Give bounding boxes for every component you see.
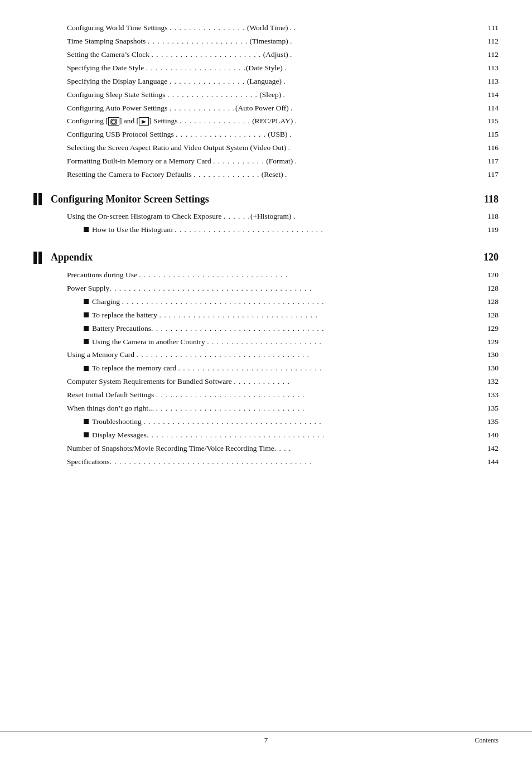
toc-label: To replace the battery . . . . . . . . .… xyxy=(84,310,476,321)
toc-page: 128 xyxy=(476,296,499,308)
toc-label: Power Supply. . . . . . . . . . . . . . … xyxy=(67,283,476,295)
toc-section-top: Configuring World Time Settings . . . . … xyxy=(33,22,499,181)
section-header-monitor: Configuring Monitor Screen Settings 118 xyxy=(33,193,499,205)
toc-label: Setting the Camera’s Clock . . . . . . .… xyxy=(67,49,476,61)
section-page-monitor: 118 xyxy=(484,194,499,205)
toc-page: 116 xyxy=(476,142,499,154)
toc-entry-another-country: Using the Camera in another Country . . … xyxy=(33,336,499,348)
toc-label: Using the On-screen Histogram to Check E… xyxy=(67,211,476,223)
toc-page: 115 xyxy=(476,115,499,127)
toc-entry-memory-card: Using a Memory Card . . . . . . . . . . … xyxy=(33,349,499,361)
toc-label: Reset Initial Default Settings . . . . .… xyxy=(67,389,476,401)
toc-page: 135 xyxy=(476,403,499,414)
toc-label: Number of Snapshots/Movie Recording Time… xyxy=(67,443,476,455)
toc-entry-rec-play: Configuring [] and [] Settings . . . . .… xyxy=(33,115,499,127)
icon-bar-2 xyxy=(38,193,42,205)
toc-entry-specifications: Specifications. . . . . . . . . . . . . … xyxy=(33,456,499,468)
icon-bar-1 xyxy=(33,193,37,205)
toc-entry-snapshots-time: Number of Snapshots/Movie Recording Time… xyxy=(33,443,499,455)
toc-entry-world-time: Configuring World Time Settings . . . . … xyxy=(33,22,499,34)
toc-page: 120 xyxy=(476,269,499,281)
toc-entry-troubleshooting: Troubleshooting . . . . . . . . . . . . … xyxy=(33,416,499,428)
icon-bar-1 xyxy=(33,252,37,264)
section-icon xyxy=(33,193,46,205)
section-title-appendix: Appendix xyxy=(51,252,93,263)
toc-page: 128 xyxy=(476,310,499,321)
toc-entry-auto-power: Configuring Auto Power Settings . . . . … xyxy=(33,103,499,114)
page: Configuring World Time Settings . . . . … xyxy=(0,0,532,757)
toc-label: Selecting the Screen Aspect Ratio and Vi… xyxy=(67,142,476,154)
toc-label: Using the Camera in another Country . . … xyxy=(84,336,476,348)
toc-page: 117 xyxy=(476,156,499,167)
toc-page: 130 xyxy=(476,363,499,374)
toc-entry-power-supply: Power Supply. . . . . . . . . . . . . . … xyxy=(33,283,499,295)
toc-label: Time Stamping Snapshots . . . . . . . . … xyxy=(67,36,476,47)
toc-entry-date-style: Specifying the Date Style . . . . . . . … xyxy=(33,62,499,74)
section-page-appendix: 120 xyxy=(483,252,499,263)
toc-entry-format: Formatting Built-in Memory or a Memory C… xyxy=(33,156,499,167)
toc-entry-sleep-state: Configuring Sleep State Settings . . . .… xyxy=(33,89,499,101)
toc-label: Configuring World Time Settings . . . . … xyxy=(67,22,476,34)
toc-page: 112 xyxy=(476,36,499,47)
section-header-appendix: Appendix 120 xyxy=(33,252,499,264)
toc-entry-precautions: Precautions during Use . . . . . . . . .… xyxy=(33,269,499,281)
toc-entry-replace-memory: To replace the memory card . . . . . . .… xyxy=(33,363,499,374)
toc-label: Specifying the Display Language . . . . … xyxy=(67,76,476,88)
toc-entry-display-messages: Display Messages. . . . . . . . . . . . … xyxy=(33,430,499,441)
section-title-monitor: Configuring Monitor Screen Settings xyxy=(51,194,209,205)
toc-label: Display Messages. . . . . . . . . . . . … xyxy=(84,430,476,441)
toc-page: 132 xyxy=(476,376,499,388)
toc-page: 142 xyxy=(476,443,499,455)
toc-entry-histogram: Using the On-screen Histogram to Check E… xyxy=(33,211,499,223)
toc-entry-timestamp: Time Stamping Snapshots . . . . . . . . … xyxy=(33,36,499,47)
toc-label: Resetting the Camera to Factory Defaults… xyxy=(67,169,476,181)
toc-label: To replace the memory card . . . . . . .… xyxy=(84,363,476,374)
toc-entry-reset: Resetting the Camera to Factory Defaults… xyxy=(33,169,499,181)
toc-page: 144 xyxy=(476,456,499,468)
toc-entry-usb-protocol: Configuring USB Protocol Settings . . . … xyxy=(33,129,499,141)
icon-bar-2 xyxy=(38,252,42,264)
page-number: 7 xyxy=(264,736,268,745)
toc-page: 111 xyxy=(476,22,499,34)
toc-page: 128 xyxy=(476,283,499,295)
bullet-icon xyxy=(84,366,89,371)
toc-label: When things don’t go right... . . . . . … xyxy=(67,403,476,414)
toc-page: 135 xyxy=(476,416,499,428)
toc-label: Troubleshooting . . . . . . . . . . . . … xyxy=(84,416,476,428)
toc-label: Configuring Auto Power Settings . . . . … xyxy=(67,103,476,114)
toc-entry-camera-clock: Setting the Camera’s Clock . . . . . . .… xyxy=(33,49,499,61)
bullet-icon xyxy=(84,432,89,437)
toc-page: 113 xyxy=(476,62,499,74)
toc-label: Charging . . . . . . . . . . . . . . . .… xyxy=(84,296,476,308)
toc-page: 118 xyxy=(476,211,499,223)
toc-label: Specifying the Date Style . . . . . . . … xyxy=(67,62,476,74)
toc-entry-reset-initial: Reset Initial Default Settings . . . . .… xyxy=(33,389,499,401)
svg-point-0 xyxy=(112,120,115,124)
toc-label: Precautions during Use . . . . . . . . .… xyxy=(67,269,476,281)
toc-appendix-entries: Precautions during Use . . . . . . . . .… xyxy=(33,269,499,468)
bullet-icon xyxy=(84,312,89,317)
toc-label: How to Use the Histogram . . . . . . . .… xyxy=(84,224,476,236)
bullet-icon xyxy=(84,326,89,331)
toc-label: Specifications. . . . . . . . . . . . . … xyxy=(67,456,476,468)
toc-page: 130 xyxy=(476,349,499,361)
toc-entry-how-histogram: How to Use the Histogram . . . . . . . .… xyxy=(33,224,499,236)
toc-entry-charging: Charging . . . . . . . . . . . . . . . .… xyxy=(33,296,499,308)
bullet-icon xyxy=(84,299,89,304)
toc-label: Battery Precautions. . . . . . . . . . .… xyxy=(84,323,476,335)
toc-page: 113 xyxy=(476,76,499,88)
toc-page: 129 xyxy=(476,336,499,348)
footer: 7 Contents xyxy=(0,731,532,745)
toc-entry-display-language: Specifying the Display Language . . . . … xyxy=(33,76,499,88)
toc-page: 112 xyxy=(476,49,499,61)
toc-page: 117 xyxy=(476,169,499,181)
toc-page: 133 xyxy=(476,389,499,401)
svg-marker-2 xyxy=(142,120,146,124)
toc-entry-things-wrong: When things don’t go right... . . . . . … xyxy=(33,403,499,414)
toc-label: Computer System Requirements for Bundled… xyxy=(67,376,476,388)
toc-label: Formatting Built-in Memory or a Memory C… xyxy=(67,156,476,167)
toc-label: Using a Memory Card . . . . . . . . . . … xyxy=(67,349,476,361)
toc-page: 115 xyxy=(476,129,499,141)
toc-label: Configuring [] and [] Settings . . . . .… xyxy=(67,115,476,127)
section-icon-appendix xyxy=(33,252,46,264)
